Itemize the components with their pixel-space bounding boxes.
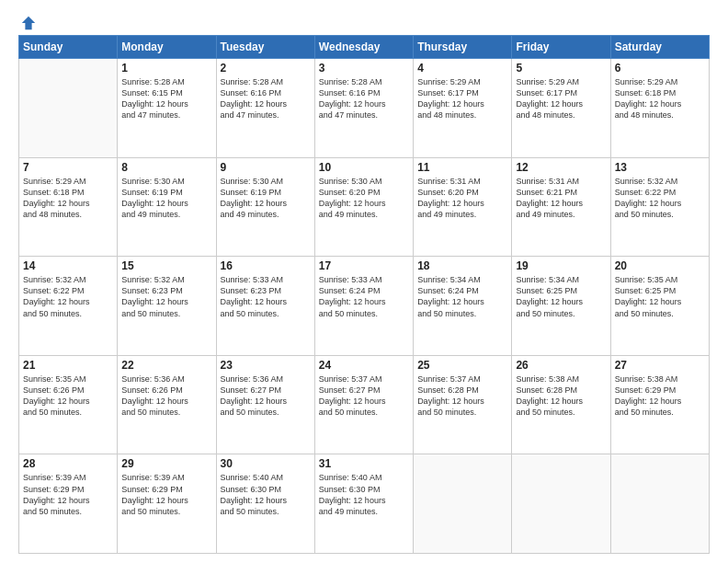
calendar-day-cell: 19Sunrise: 5:34 AM Sunset: 6:25 PM Dayli… bbox=[512, 257, 610, 356]
day-info: Sunrise: 5:32 AM Sunset: 6:22 PM Dayligh… bbox=[615, 176, 705, 221]
header bbox=[18, 15, 710, 28]
day-number: 7 bbox=[23, 161, 113, 174]
day-info: Sunrise: 5:36 AM Sunset: 6:27 PM Dayligh… bbox=[221, 373, 311, 419]
day-info: Sunrise: 5:37 AM Sunset: 6:28 PM Dayligh… bbox=[417, 373, 507, 419]
calendar-day-cell bbox=[414, 454, 512, 554]
day-info: Sunrise: 5:30 AM Sunset: 6:20 PM Dayligh… bbox=[319, 176, 409, 221]
day-info: Sunrise: 5:34 AM Sunset: 6:25 PM Dayligh… bbox=[516, 274, 606, 319]
logo-icon bbox=[20, 15, 37, 31]
calendar-week-row: 21Sunrise: 5:35 AM Sunset: 6:26 PM Dayli… bbox=[19, 355, 710, 454]
calendar-day-cell: 9Sunrise: 5:30 AM Sunset: 6:19 PM Daylig… bbox=[216, 157, 314, 257]
day-of-week-header: Friday bbox=[512, 36, 610, 59]
day-info: Sunrise: 5:32 AM Sunset: 6:23 PM Dayligh… bbox=[121, 274, 211, 319]
day-info: Sunrise: 5:29 AM Sunset: 6:17 PM Dayligh… bbox=[417, 76, 507, 121]
calendar-day-cell: 23Sunrise: 5:36 AM Sunset: 6:27 PM Dayli… bbox=[216, 355, 314, 454]
day-number: 22 bbox=[121, 359, 211, 372]
day-info: Sunrise: 5:36 AM Sunset: 6:26 PM Dayligh… bbox=[121, 373, 211, 419]
logo bbox=[18, 15, 37, 28]
calendar-day-cell bbox=[19, 59, 118, 158]
day-number: 4 bbox=[417, 62, 507, 75]
calendar-week-row: 1Sunrise: 5:28 AM Sunset: 6:15 PM Daylig… bbox=[19, 59, 710, 158]
day-info: Sunrise: 5:32 AM Sunset: 6:22 PM Dayligh… bbox=[23, 274, 113, 319]
calendar-day-cell: 1Sunrise: 5:28 AM Sunset: 6:15 PM Daylig… bbox=[118, 59, 216, 158]
calendar-day-cell: 11Sunrise: 5:31 AM Sunset: 6:20 PM Dayli… bbox=[414, 157, 512, 257]
day-number: 13 bbox=[615, 161, 705, 174]
day-info: Sunrise: 5:28 AM Sunset: 6:16 PM Dayligh… bbox=[319, 76, 409, 121]
calendar-day-cell: 28Sunrise: 5:39 AM Sunset: 6:29 PM Dayli… bbox=[19, 454, 118, 554]
calendar-day-cell: 26Sunrise: 5:38 AM Sunset: 6:28 PM Dayli… bbox=[512, 355, 610, 454]
day-info: Sunrise: 5:39 AM Sunset: 6:29 PM Dayligh… bbox=[121, 472, 211, 517]
logo-text bbox=[18, 15, 37, 31]
day-info: Sunrise: 5:31 AM Sunset: 6:21 PM Dayligh… bbox=[516, 176, 606, 221]
day-number: 8 bbox=[121, 161, 211, 174]
day-number: 26 bbox=[516, 359, 606, 372]
day-info: Sunrise: 5:38 AM Sunset: 6:28 PM Dayligh… bbox=[516, 373, 606, 419]
calendar-week-row: 28Sunrise: 5:39 AM Sunset: 6:29 PM Dayli… bbox=[19, 454, 710, 554]
day-number: 5 bbox=[516, 62, 606, 75]
calendar-day-cell: 4Sunrise: 5:29 AM Sunset: 6:17 PM Daylig… bbox=[414, 59, 512, 158]
day-info: Sunrise: 5:37 AM Sunset: 6:27 PM Dayligh… bbox=[319, 373, 409, 419]
day-number: 9 bbox=[221, 161, 311, 174]
day-info: Sunrise: 5:33 AM Sunset: 6:24 PM Dayligh… bbox=[319, 274, 409, 319]
calendar-day-cell: 6Sunrise: 5:29 AM Sunset: 6:18 PM Daylig… bbox=[610, 59, 709, 158]
day-number: 18 bbox=[417, 259, 507, 272]
calendar-day-cell: 15Sunrise: 5:32 AM Sunset: 6:23 PM Dayli… bbox=[118, 257, 216, 356]
calendar-day-cell: 17Sunrise: 5:33 AM Sunset: 6:24 PM Dayli… bbox=[314, 257, 413, 356]
day-number: 25 bbox=[417, 359, 507, 372]
day-info: Sunrise: 5:28 AM Sunset: 6:16 PM Dayligh… bbox=[221, 76, 311, 121]
day-number: 28 bbox=[23, 457, 113, 470]
day-number: 17 bbox=[319, 259, 409, 272]
day-info: Sunrise: 5:35 AM Sunset: 6:25 PM Dayligh… bbox=[615, 274, 705, 319]
day-number: 30 bbox=[221, 457, 311, 470]
day-info: Sunrise: 5:28 AM Sunset: 6:15 PM Dayligh… bbox=[121, 76, 211, 121]
day-number: 29 bbox=[121, 457, 211, 470]
day-number: 21 bbox=[23, 359, 113, 372]
calendar-day-cell: 18Sunrise: 5:34 AM Sunset: 6:24 PM Dayli… bbox=[414, 257, 512, 356]
calendar-header-row: SundayMondayTuesdayWednesdayThursdayFrid… bbox=[19, 36, 710, 59]
day-info: Sunrise: 5:34 AM Sunset: 6:24 PM Dayligh… bbox=[417, 274, 507, 319]
calendar-day-cell: 2Sunrise: 5:28 AM Sunset: 6:16 PM Daylig… bbox=[216, 59, 314, 158]
day-number: 6 bbox=[615, 62, 705, 75]
calendar-week-row: 7Sunrise: 5:29 AM Sunset: 6:18 PM Daylig… bbox=[19, 157, 710, 257]
day-of-week-header: Wednesday bbox=[314, 36, 413, 59]
calendar-day-cell: 30Sunrise: 5:40 AM Sunset: 6:30 PM Dayli… bbox=[216, 454, 314, 554]
day-info: Sunrise: 5:40 AM Sunset: 6:30 PM Dayligh… bbox=[319, 472, 409, 517]
day-info: Sunrise: 5:29 AM Sunset: 6:17 PM Dayligh… bbox=[516, 76, 606, 121]
page: SundayMondayTuesdayWednesdayThursdayFrid… bbox=[0, 0, 728, 563]
calendar-day-cell bbox=[610, 454, 709, 554]
calendar-day-cell: 22Sunrise: 5:36 AM Sunset: 6:26 PM Dayli… bbox=[118, 355, 216, 454]
day-of-week-header: Sunday bbox=[19, 36, 118, 59]
day-info: Sunrise: 5:35 AM Sunset: 6:26 PM Dayligh… bbox=[23, 373, 113, 419]
day-number: 2 bbox=[221, 62, 311, 75]
day-info: Sunrise: 5:31 AM Sunset: 6:20 PM Dayligh… bbox=[417, 176, 507, 221]
day-info: Sunrise: 5:38 AM Sunset: 6:29 PM Dayligh… bbox=[615, 373, 705, 419]
calendar-day-cell: 29Sunrise: 5:39 AM Sunset: 6:29 PM Dayli… bbox=[118, 454, 216, 554]
calendar-day-cell: 14Sunrise: 5:32 AM Sunset: 6:22 PM Dayli… bbox=[19, 257, 118, 356]
day-info: Sunrise: 5:33 AM Sunset: 6:23 PM Dayligh… bbox=[221, 274, 311, 319]
calendar-week-row: 14Sunrise: 5:32 AM Sunset: 6:22 PM Dayli… bbox=[19, 257, 710, 356]
calendar-day-cell: 21Sunrise: 5:35 AM Sunset: 6:26 PM Dayli… bbox=[19, 355, 118, 454]
day-number: 14 bbox=[23, 259, 113, 272]
day-number: 19 bbox=[516, 259, 606, 272]
calendar-day-cell: 13Sunrise: 5:32 AM Sunset: 6:22 PM Dayli… bbox=[610, 157, 709, 257]
calendar-day-cell: 10Sunrise: 5:30 AM Sunset: 6:20 PM Dayli… bbox=[314, 157, 413, 257]
calendar-day-cell: 27Sunrise: 5:38 AM Sunset: 6:29 PM Dayli… bbox=[610, 355, 709, 454]
calendar-day-cell: 3Sunrise: 5:28 AM Sunset: 6:16 PM Daylig… bbox=[314, 59, 413, 158]
day-number: 3 bbox=[319, 62, 409, 75]
day-number: 31 bbox=[319, 457, 409, 470]
day-number: 15 bbox=[121, 259, 211, 272]
day-of-week-header: Thursday bbox=[414, 36, 512, 59]
day-info: Sunrise: 5:30 AM Sunset: 6:19 PM Dayligh… bbox=[221, 176, 311, 221]
calendar-day-cell: 31Sunrise: 5:40 AM Sunset: 6:30 PM Dayli… bbox=[314, 454, 413, 554]
svg-marker-0 bbox=[22, 17, 35, 29]
day-number: 11 bbox=[417, 161, 507, 174]
day-number: 20 bbox=[615, 259, 705, 272]
day-number: 12 bbox=[516, 161, 606, 174]
day-number: 24 bbox=[319, 359, 409, 372]
day-of-week-header: Saturday bbox=[610, 36, 709, 59]
calendar-table: SundayMondayTuesdayWednesdayThursdayFrid… bbox=[18, 35, 710, 554]
day-of-week-header: Tuesday bbox=[216, 36, 314, 59]
calendar-day-cell: 12Sunrise: 5:31 AM Sunset: 6:21 PM Dayli… bbox=[512, 157, 610, 257]
calendar-day-cell: 20Sunrise: 5:35 AM Sunset: 6:25 PM Dayli… bbox=[610, 257, 709, 356]
calendar-day-cell bbox=[512, 454, 610, 554]
